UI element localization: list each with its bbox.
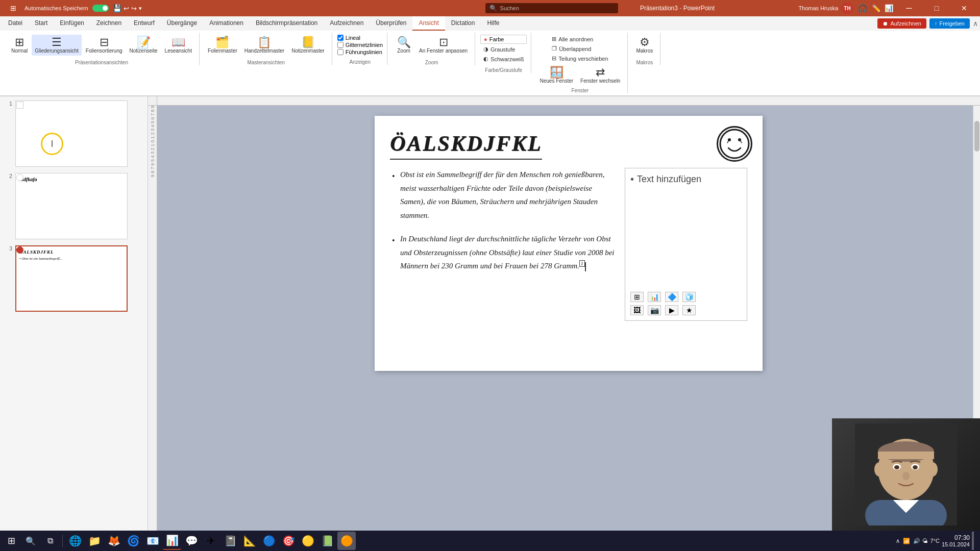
tab-aufzeichnen[interactable]: Aufzeichnen	[324, 16, 370, 31]
slide-preview-3[interactable]: ÖALSKDJFKL • Obst ist ein Sammelbegriff.…	[15, 245, 128, 312]
weather-area[interactable]: 🌤 7°C	[922, 538, 939, 544]
tab-bildschirm[interactable]: Bildschirmpräsentation	[250, 16, 324, 31]
maximize-button[interactable]: □	[925, 0, 948, 16]
ph-chart-icon[interactable]: 📊	[648, 292, 661, 302]
share-button[interactable]: ↑ Freigeben	[929, 18, 970, 29]
taskbar-search[interactable]: 🔍	[21, 532, 40, 550]
taskbar-explorer[interactable]: 📁	[85, 532, 104, 550]
taskbar-app2[interactable]: 🎯	[279, 532, 298, 550]
slide-thumb-3[interactable]: 3 ÖALSKDJFKL • Obst ist ein Sammelbegrif…	[2, 243, 145, 314]
btn-handzettelmaster[interactable]: 📋 Handzettelmaster	[241, 35, 287, 56]
minimize-button[interactable]: ─	[897, 0, 921, 16]
ph-smartart-icon[interactable]: 🔷	[665, 292, 678, 302]
sys-volume-icon[interactable]: 🔊	[913, 538, 920, 544]
ph-3d-icon[interactable]: 🧊	[682, 292, 696, 302]
ph-table-icon[interactable]: ⊞	[630, 292, 644, 302]
chk-fuehrung[interactable]: Führungslinien	[337, 49, 383, 55]
windows-icon[interactable]: ⊞	[4, 0, 22, 17]
tab-einfuegen[interactable]: Einfügen	[54, 16, 90, 31]
slide-text-area[interactable]: • Obst ist ein Sammelbegriff der für den…	[390, 168, 615, 321]
redo-icon[interactable]: ↪	[131, 5, 137, 12]
slide-preview-1[interactable]	[15, 101, 128, 167]
taskbar-edge[interactable]: 🌐	[66, 532, 84, 550]
chk-gitternetz[interactable]: Gitternetzlinien	[337, 42, 383, 48]
slide-thumb-1[interactable]: 1	[2, 98, 145, 169]
gitternetz-checkbox[interactable]	[337, 42, 344, 48]
undo-icon[interactable]: ↩	[124, 5, 129, 12]
taskbar-active-app[interactable]: 🟠	[337, 532, 356, 550]
taskbar-app1[interactable]: 🔵	[260, 532, 278, 550]
taskbar-onenote[interactable]: 📓	[221, 532, 239, 550]
btn-gliederung[interactable]: ☰ Gliederungsansicht	[32, 35, 82, 56]
fuehrung-checkbox[interactable]	[337, 49, 344, 55]
btn-farbe[interactable]: ● Farbe	[480, 35, 527, 44]
collapse-ribbon-icon[interactable]: ∧	[973, 19, 978, 28]
chk-lineal[interactable]: Lineal	[337, 35, 383, 41]
btn-ueberlappend[interactable]: ❐ Überlappend	[549, 44, 611, 53]
taskbar-powerpoint[interactable]: 📊	[163, 532, 181, 550]
tab-dictation[interactable]: Dictation	[445, 16, 481, 31]
btn-makros[interactable]: ⚙ Makros	[633, 35, 656, 56]
close-button[interactable]: ✕	[952, 0, 976, 16]
taskbar-taskview[interactable]: ⧉	[41, 532, 59, 550]
btn-schwarzweiss[interactable]: ◐ Schwarzweiß	[480, 55, 527, 63]
tab-ansicht[interactable]: Ansicht	[412, 16, 445, 31]
taskbar-visio[interactable]: 📐	[240, 532, 259, 550]
quick-access-icon[interactable]: ▾	[139, 5, 142, 12]
save-icon[interactable]: 💾	[113, 4, 121, 12]
btn-leseansicht[interactable]: 📖 Leseansicht	[162, 35, 195, 56]
sys-arrow-icon[interactable]: ∧	[896, 538, 900, 544]
taskbar-outlook[interactable]: 📧	[143, 532, 162, 550]
clock-area[interactable]: 07:30 15.01.2024	[942, 534, 970, 547]
slide-title[interactable]: ÖALSKDJFKL	[390, 131, 542, 160]
search-bar[interactable]: 🔍 Suchen	[485, 3, 618, 13]
tab-start[interactable]: Start	[29, 16, 54, 31]
edit-icon[interactable]: ✏️	[872, 4, 880, 12]
tab-ueberpruefen[interactable]: Überprüfen	[370, 16, 412, 31]
ph-icon-icon[interactable]: ★	[682, 305, 696, 315]
record-button[interactable]: ⏺ Aufzeichnen	[877, 18, 926, 29]
anzeigen-checkboxes: Lineal Gitternetzlinien Führungslinien	[337, 33, 383, 57]
btn-teilung[interactable]: ⊟ Teilung verschieben	[549, 54, 611, 63]
taskbar-firefox[interactable]: 🦊	[105, 532, 123, 550]
taskbar-windows[interactable]: ⊞	[2, 532, 20, 550]
slide-placeholder-right[interactable]: • Text hinzufügen ⊞ 📊 🔷 🧊 🖼 📷 ▶	[625, 168, 747, 321]
ph-image-icon[interactable]: 🖼	[630, 305, 644, 315]
taskbar-app3[interactable]: 🟡	[299, 532, 317, 550]
help-icon[interactable]: 🎧	[857, 4, 868, 13]
btn-zoom[interactable]: 🔍 Zoom	[393, 35, 415, 56]
taskbar-chrome[interactable]: 🌀	[124, 532, 142, 550]
notizenmaster-icon: 📒	[301, 37, 315, 48]
sys-network-icon[interactable]: 📶	[903, 538, 910, 544]
btn-fenster-wechseln[interactable]: ⇄ Fenster wechseln	[577, 65, 623, 86]
btn-normal[interactable]: ⊞ Normal	[8, 35, 31, 56]
present-icon[interactable]: 📊	[885, 4, 893, 12]
tab-hilfe[interactable]: Hilfe	[481, 16, 505, 31]
slide-thumb-2[interactable]: 2 asdfkafa	[2, 171, 145, 241]
btn-foliensortierung[interactable]: ⊟ Foliensortierung	[83, 35, 126, 56]
lineal-checkbox[interactable]	[337, 35, 344, 41]
ph-video-icon[interactable]: ▶	[665, 305, 678, 315]
taskbar-telegram[interactable]: ✈	[202, 532, 220, 550]
slide-preview-2[interactable]: asdfkafa	[15, 173, 128, 239]
btn-folienmaster[interactable]: 🗂️ Folienmaster	[205, 35, 240, 56]
btn-farbe-label: Farbe	[489, 36, 504, 42]
taskbar-excel[interactable]: 📗	[318, 532, 336, 550]
tab-datei[interactable]: Datei	[2, 16, 29, 31]
tab-uebergaenge[interactable]: Übergänge	[161, 16, 203, 31]
scrollbar-thumb-v[interactable]	[974, 121, 979, 152]
btn-neues-fenster[interactable]: 🪟 Neues Fenster	[536, 65, 576, 86]
tab-entwurf[interactable]: Entwurf	[128, 16, 161, 31]
btn-notizenseite[interactable]: 📝 Notizenseite	[127, 35, 161, 56]
taskbar-teams[interactable]: 💬	[182, 532, 201, 550]
btn-graustufe[interactable]: ◑ Graustufe	[480, 45, 527, 54]
folienmaster-icon: 🗂️	[215, 37, 229, 48]
autosave-toggle[interactable]	[92, 5, 109, 12]
btn-notizenmaster[interactable]: 📒 Notizenmaster	[288, 35, 327, 56]
tab-animationen[interactable]: Animationen	[203, 16, 250, 31]
tab-zeichnen[interactable]: Zeichnen	[90, 16, 128, 31]
btn-fenster-anpassen[interactable]: ⊡ An Fenster anpassen	[416, 35, 471, 56]
btn-alle-anordnen[interactable]: ⊞ Alle anordnen	[549, 35, 611, 43]
ph-photo-icon[interactable]: 📷	[648, 305, 661, 315]
show-desktop-btn[interactable]	[972, 532, 974, 550]
